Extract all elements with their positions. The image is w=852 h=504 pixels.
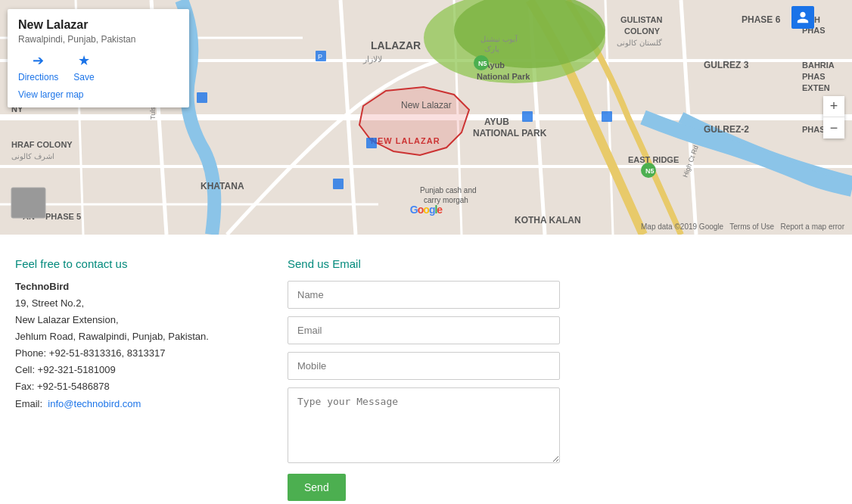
report-map-error-link[interactable]: Report a map error	[781, 222, 844, 231]
contact-info: Feel free to contact us TechnoBird 19, S…	[15, 257, 257, 501]
contact-heading: Feel free to contact us	[15, 257, 257, 270]
contact-details: 19, Street No.2, New Lalazar Extension, …	[15, 295, 257, 412]
map-data-text: Map data ©2019 Google	[641, 222, 723, 231]
svg-text:AYUB: AYUB	[484, 117, 509, 127]
svg-text:New Lalazar: New Lalazar	[401, 100, 452, 110]
map-attribution: Map data ©2019 Google Terms of Use Repor…	[641, 222, 844, 231]
fax: Fax: +92-51-5486878	[15, 378, 257, 395]
svg-text:BAHRIA: BAHRIA	[802, 61, 835, 70]
directions-label: Directions	[18, 72, 58, 82]
save-label: Save	[73, 72, 94, 82]
google-logo: Google	[410, 204, 442, 216]
svg-text:GULISTAN: GULISTAN	[620, 15, 662, 24]
popup-actions: ➔ Directions ★ Save	[18, 52, 179, 82]
svg-text:آیوب نیشنل: آیوب نیشنل	[480, 34, 518, 44]
map-zoom-controls: + −	[823, 96, 844, 138]
address-line1: 19, Street No.2,	[15, 295, 257, 312]
svg-text:P: P	[318, 53, 322, 61]
svg-text:HRAF COLONY: HRAF COLONY	[11, 140, 73, 149]
address-line2: New Lalazar Extension,	[15, 312, 257, 328]
terms-of-use-link[interactable]: Terms of Use	[729, 222, 774, 231]
svg-text:GULREZ-2: GULREZ-2	[704, 124, 749, 135]
svg-text:LALAZAR: LALAZAR	[371, 39, 421, 51]
phone: Phone: +92-51-8313316, 8313317	[15, 345, 257, 362]
svg-text:PHASE 6: PHASE 6	[742, 14, 781, 25]
svg-rect-55	[366, 138, 377, 148]
popup-title: New Lalazar	[18, 18, 179, 32]
svg-text:اشرف کالونی: اشرف کالونی	[11, 152, 54, 161]
zoom-in-button[interactable]: +	[823, 96, 844, 117]
save-button[interactable]: ★ Save	[73, 52, 94, 82]
email-form: Send us Email Send	[288, 257, 837, 501]
svg-rect-54	[197, 92, 207, 103]
svg-text:EXTEN: EXTEN	[802, 83, 830, 92]
send-button[interactable]: Send	[288, 474, 346, 501]
email-row: Email: info@technobird.com	[15, 396, 257, 412]
svg-text:NEW LALAZAR: NEW LALAZAR	[371, 136, 440, 145]
popup-subtitle: Rawalpindi, Punjab, Pakistan	[18, 34, 179, 45]
svg-text:N5: N5	[645, 167, 655, 175]
cell: Cell: +92-321-5181009	[15, 362, 257, 378]
svg-text:PHASE 5: PHASE 5	[45, 212, 81, 221]
zoom-out-button[interactable]: −	[823, 117, 844, 138]
map-container: LALAZAR لالازار NEW LALAZAR New Lalazar …	[0, 0, 852, 235]
svg-text:N5: N5	[478, 60, 487, 67]
svg-text:GULREZ 3: GULREZ 3	[704, 60, 749, 70]
mobile-input[interactable]	[288, 352, 560, 380]
bottom-section: Feel free to contact us TechnoBird 19, S…	[0, 235, 852, 504]
svg-text:KOTHA KALAN: KOTHA KALAN	[515, 215, 581, 226]
email-label: Email:	[15, 398, 42, 409]
svg-text:NATIONAL PARK: NATIONAL PARK	[473, 128, 547, 138]
star-icon: ★	[78, 52, 90, 69]
svg-text:PHAS: PHAS	[802, 72, 826, 81]
svg-text:Punjab cash and: Punjab cash and	[420, 186, 477, 194]
svg-text:پارک: پارک	[484, 45, 499, 54]
form-heading: Send us Email	[288, 257, 837, 270]
email-input[interactable]	[288, 316, 560, 344]
message-textarea[interactable]	[288, 387, 560, 463]
svg-text:KHATANA: KHATANA	[201, 181, 244, 191]
company-name: TechnoBird	[15, 281, 257, 292]
svg-text:National Park: National Park	[477, 72, 530, 81]
directions-icon: ➔	[33, 52, 44, 69]
svg-rect-60	[11, 188, 45, 218]
map-popup: New Lalazar Rawalpindi, Punjab, Pakistan…	[8, 9, 189, 107]
directions-button[interactable]: ➔ Directions	[18, 52, 58, 82]
svg-text:COLONY: COLONY	[624, 26, 661, 36]
email-link[interactable]: info@technobird.com	[48, 398, 141, 409]
svg-text:گلستان کالونی: گلستان کالونی	[617, 39, 662, 48]
svg-text:لالازار: لالازار	[362, 54, 382, 64]
svg-text:EAST RIDGE: EAST RIDGE	[628, 155, 679, 164]
view-larger-map-link[interactable]: View larger map	[18, 89, 83, 100]
name-input[interactable]	[288, 281, 560, 309]
svg-rect-56	[333, 179, 344, 189]
svg-rect-58	[602, 111, 612, 122]
address-line3: Jehlum Road, Rawalpindi, Punjab, Pakista…	[15, 328, 257, 345]
user-avatar[interactable]	[791, 6, 814, 29]
svg-rect-57	[522, 111, 533, 122]
